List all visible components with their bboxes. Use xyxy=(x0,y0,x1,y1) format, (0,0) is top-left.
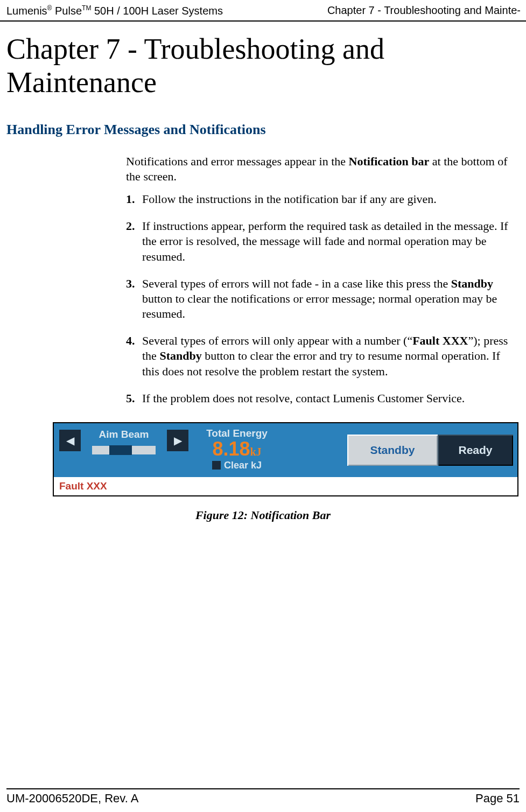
header-left-mid: Pulse xyxy=(52,5,82,17)
step-text: Several types of errors will only appear… xyxy=(142,333,517,379)
triangle-left-icon: ◀ xyxy=(66,434,74,447)
clear-kj-icon xyxy=(212,461,221,470)
intro-pre: Notifications and error messages appear … xyxy=(126,155,349,168)
spacer xyxy=(285,423,347,477)
clear-kj-button[interactable]: Clear kJ xyxy=(188,460,285,471)
page-header: Lumenis® PulseTM 50H / 100H Laser System… xyxy=(0,0,526,22)
triangle-right-icon: ▶ xyxy=(174,434,182,447)
step-text: Several types of errors will not fade - … xyxy=(142,276,517,321)
header-left-suffix: 50H / 100H Laser Systems xyxy=(91,5,223,17)
mode-buttons: Standby Ready xyxy=(347,423,516,477)
aim-beam-slider[interactable] xyxy=(92,446,156,454)
notification-bar-top: ◀ Aim Beam ▶ Total Energy 8.18kJ Clear k… xyxy=(54,423,517,477)
step-number: 3. xyxy=(126,276,142,321)
header-left: Lumenis® PulseTM 50H / 100H Laser System… xyxy=(6,4,223,17)
figure-caption: Figure 12: Notification Bar xyxy=(0,496,526,522)
page-footer: UM-20006520DE, Rev. A Page 51 xyxy=(6,788,520,806)
total-energy-value-row: 8.18kJ xyxy=(188,439,285,459)
header-sup-tm: TM xyxy=(82,4,91,12)
step-number: 5. xyxy=(126,391,142,406)
section-title: Handling Error Messages and Notification… xyxy=(0,99,526,138)
aim-decrease-button[interactable]: ◀ xyxy=(59,430,81,451)
footer-doc-id: UM-20006520DE, Rev. A xyxy=(6,792,138,806)
step-text: Follow the instructions in the notificat… xyxy=(142,192,517,207)
fault-message: Fault XXX xyxy=(54,477,517,495)
chapter-title: Chapter 7 - Troubleshooting and Maintena… xyxy=(0,22,526,99)
standby-button[interactable]: Standby xyxy=(347,435,438,466)
list-item: 2.If instructions appear, perform the re… xyxy=(126,219,517,276)
total-energy-group: Total Energy 8.18kJ Clear kJ xyxy=(188,423,285,477)
intro-paragraph: Notifications and error messages appear … xyxy=(126,138,517,184)
intro-bold: Notification bar xyxy=(349,155,430,168)
notification-bar-figure: ◀ Aim Beam ▶ Total Energy 8.18kJ Clear k… xyxy=(53,422,518,496)
clear-kj-label: Clear kJ xyxy=(224,460,262,471)
aim-increase-button[interactable]: ▶ xyxy=(167,430,188,451)
aim-beam-label: Aim Beam xyxy=(99,429,149,440)
step-number: 1. xyxy=(126,192,142,207)
steps-list: 1.Follow the instructions in the notific… xyxy=(126,184,517,418)
step-text: If the problem does not resolve, contact… xyxy=(142,391,517,406)
total-energy-value: 8.18 xyxy=(212,438,250,460)
list-item: 3.Several types of errors will not fade … xyxy=(126,276,517,333)
aim-beam-slider-thumb[interactable] xyxy=(109,445,132,455)
total-energy-unit: kJ xyxy=(250,446,261,458)
step-number: 4. xyxy=(126,333,142,379)
header-right: Chapter 7 - Troubleshooting and Mainte- xyxy=(327,4,521,17)
footer-page-number: Page 51 xyxy=(475,792,520,806)
aim-beam-group: ◀ Aim Beam ▶ xyxy=(54,423,188,477)
step-number: 2. xyxy=(126,219,142,264)
list-item: 5.If the problem does not resolve, conta… xyxy=(126,391,517,418)
aim-center: Aim Beam xyxy=(81,429,167,454)
header-left-prefix: Lumenis xyxy=(6,5,47,17)
list-item: 1.Follow the instructions in the notific… xyxy=(126,192,517,219)
step-text: If instructions appear, perform the requ… xyxy=(142,219,517,264)
ready-button[interactable]: Ready xyxy=(438,435,513,466)
list-item: 4.Several types of errors will only appe… xyxy=(126,333,517,390)
